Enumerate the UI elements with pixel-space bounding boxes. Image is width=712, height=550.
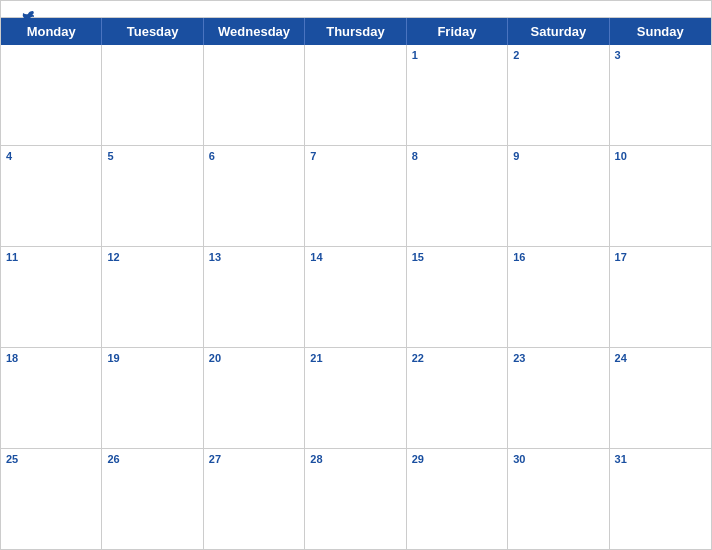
day-cell-6: 6 bbox=[204, 146, 305, 246]
day-header-wednesday: Wednesday bbox=[204, 18, 305, 45]
day-number: 20 bbox=[209, 352, 221, 364]
day-header-tuesday: Tuesday bbox=[102, 18, 203, 45]
day-number: 1 bbox=[412, 49, 418, 61]
day-cell-19: 19 bbox=[102, 348, 203, 448]
day-cell-25: 25 bbox=[1, 449, 102, 549]
day-cell-8: 8 bbox=[407, 146, 508, 246]
day-number: 13 bbox=[209, 251, 221, 263]
day-cell-10: 10 bbox=[610, 146, 711, 246]
day-number: 15 bbox=[412, 251, 424, 263]
day-cell-21: 21 bbox=[305, 348, 406, 448]
day-number: 31 bbox=[615, 453, 627, 465]
week-row-4: 18192021222324 bbox=[1, 348, 711, 449]
calendar-header bbox=[1, 1, 711, 17]
day-number: 19 bbox=[107, 352, 119, 364]
day-cell-5: 5 bbox=[102, 146, 203, 246]
day-number: 14 bbox=[310, 251, 322, 263]
day-cell-15: 15 bbox=[407, 247, 508, 347]
day-cell-empty bbox=[305, 45, 406, 145]
day-number: 3 bbox=[615, 49, 621, 61]
day-number: 18 bbox=[6, 352, 18, 364]
day-cell-16: 16 bbox=[508, 247, 609, 347]
day-number: 29 bbox=[412, 453, 424, 465]
day-header-friday: Friday bbox=[407, 18, 508, 45]
day-cell-24: 24 bbox=[610, 348, 711, 448]
calendar-body: 1234567891011121314151617181920212223242… bbox=[1, 45, 711, 549]
calendar-table: MondayTuesdayWednesdayThursdayFridaySatu… bbox=[1, 17, 711, 549]
week-row-2: 45678910 bbox=[1, 146, 711, 247]
day-cell-29: 29 bbox=[407, 449, 508, 549]
day-number: 10 bbox=[615, 150, 627, 162]
day-headers-row: MondayTuesdayWednesdayThursdayFridaySatu… bbox=[1, 18, 711, 45]
day-cell-7: 7 bbox=[305, 146, 406, 246]
week-row-5: 25262728293031 bbox=[1, 449, 711, 549]
day-cell-14: 14 bbox=[305, 247, 406, 347]
day-number: 22 bbox=[412, 352, 424, 364]
day-header-thursday: Thursday bbox=[305, 18, 406, 45]
day-number: 30 bbox=[513, 453, 525, 465]
day-header-sunday: Sunday bbox=[610, 18, 711, 45]
day-cell-31: 31 bbox=[610, 449, 711, 549]
day-cell-2: 2 bbox=[508, 45, 609, 145]
day-number: 23 bbox=[513, 352, 525, 364]
day-number: 7 bbox=[310, 150, 316, 162]
day-number: 5 bbox=[107, 150, 113, 162]
day-cell-11: 11 bbox=[1, 247, 102, 347]
day-number: 11 bbox=[6, 251, 18, 263]
day-number: 17 bbox=[615, 251, 627, 263]
day-number: 2 bbox=[513, 49, 519, 61]
day-cell-13: 13 bbox=[204, 247, 305, 347]
day-number: 26 bbox=[107, 453, 119, 465]
day-cell-26: 26 bbox=[102, 449, 203, 549]
day-cell-empty bbox=[102, 45, 203, 145]
week-row-1: 123 bbox=[1, 45, 711, 146]
day-header-saturday: Saturday bbox=[508, 18, 609, 45]
day-cell-30: 30 bbox=[508, 449, 609, 549]
day-cell-3: 3 bbox=[610, 45, 711, 145]
day-cell-27: 27 bbox=[204, 449, 305, 549]
week-row-3: 11121314151617 bbox=[1, 247, 711, 348]
day-number: 28 bbox=[310, 453, 322, 465]
day-number: 27 bbox=[209, 453, 221, 465]
day-cell-17: 17 bbox=[610, 247, 711, 347]
day-cell-28: 28 bbox=[305, 449, 406, 549]
day-number: 16 bbox=[513, 251, 525, 263]
day-number: 4 bbox=[6, 150, 12, 162]
day-cell-empty bbox=[204, 45, 305, 145]
day-cell-1: 1 bbox=[407, 45, 508, 145]
day-number: 24 bbox=[615, 352, 627, 364]
day-cell-4: 4 bbox=[1, 146, 102, 246]
day-cell-22: 22 bbox=[407, 348, 508, 448]
day-number: 8 bbox=[412, 150, 418, 162]
logo-bird-icon bbox=[19, 9, 37, 27]
day-number: 6 bbox=[209, 150, 215, 162]
calendar-container: MondayTuesdayWednesdayThursdayFridaySatu… bbox=[0, 0, 712, 550]
day-number: 25 bbox=[6, 453, 18, 465]
day-number: 9 bbox=[513, 150, 519, 162]
day-cell-18: 18 bbox=[1, 348, 102, 448]
day-cell-12: 12 bbox=[102, 247, 203, 347]
day-cell-23: 23 bbox=[508, 348, 609, 448]
day-number: 12 bbox=[107, 251, 119, 263]
day-cell-9: 9 bbox=[508, 146, 609, 246]
logo bbox=[17, 9, 37, 29]
day-cell-20: 20 bbox=[204, 348, 305, 448]
day-number: 21 bbox=[310, 352, 322, 364]
day-cell-empty bbox=[1, 45, 102, 145]
